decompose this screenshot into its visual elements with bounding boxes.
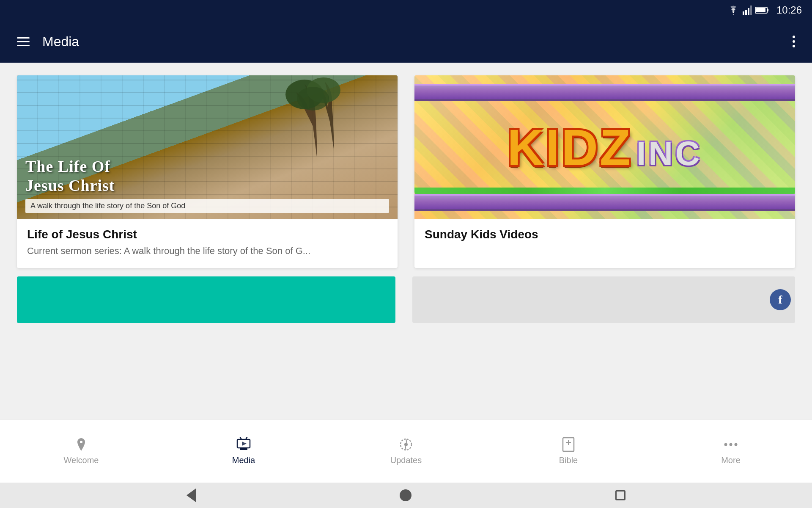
- svg-point-21: [730, 443, 732, 446]
- facebook-icon: f: [770, 289, 791, 310]
- svg-rect-1: [745, 10, 747, 15]
- bottom-navigation: Welcome Media Updates Bible: [0, 419, 812, 483]
- nav-item-media[interactable]: Media: [162, 433, 325, 469]
- nav-label-media: Media: [232, 456, 255, 465]
- location-icon: [74, 437, 89, 452]
- jesus-card-info-title: Life of Jesus Christ: [27, 228, 387, 241]
- kidz-pipe-top: [414, 84, 795, 101]
- jesus-card-image: The Life ofJesus Christ A walk through t…: [17, 75, 398, 219]
- signal-icon: [743, 6, 752, 15]
- jesus-card-title: The Life ofJesus Christ: [25, 157, 389, 196]
- media-cards-row: The Life ofJesus Christ A walk through t…: [17, 75, 795, 268]
- jesus-card-info-desc: Current sermon series: A walk through th…: [27, 245, 387, 258]
- nav-item-more[interactable]: More: [650, 433, 812, 469]
- svg-rect-2: [748, 8, 749, 15]
- nav-label-bible: Bible: [559, 456, 578, 465]
- partial-card-gray[interactable]: f: [412, 276, 795, 323]
- back-button[interactable]: [187, 489, 196, 502]
- home-button[interactable]: [400, 489, 411, 501]
- jesus-card-subtitle: A walk through the life story of the Son…: [30, 202, 185, 210]
- recents-button[interactable]: [615, 490, 625, 500]
- svg-point-9: [297, 87, 329, 110]
- nav-item-bible[interactable]: Bible: [487, 433, 650, 469]
- app-bar: Media: [0, 20, 812, 63]
- svg-rect-11: [240, 448, 247, 450]
- nav-item-welcome[interactable]: Welcome: [0, 433, 162, 469]
- kidz-text: KIDZINC: [414, 122, 795, 173]
- kidz-card-info: Sunday Kids Videos: [414, 219, 795, 255]
- second-cards-row: f: [17, 276, 795, 323]
- svg-rect-3: [750, 6, 752, 15]
- more-options-button[interactable]: [788, 31, 799, 52]
- kidz-card-info-title: Sunday Kids Videos: [425, 228, 785, 241]
- life-of-jesus-card[interactable]: The Life ofJesus Christ A walk through t…: [17, 75, 398, 268]
- updates-icon: [398, 437, 414, 452]
- svg-rect-5: [767, 9, 768, 11]
- bible-icon: [562, 437, 575, 452]
- kidz-card-image: KIDZINC: [414, 75, 795, 219]
- svg-rect-0: [743, 11, 744, 15]
- home-icon: [400, 489, 411, 501]
- status-time: 10:26: [776, 4, 802, 16]
- android-nav-bar: [0, 483, 812, 508]
- nav-label-welcome: Welcome: [64, 456, 99, 465]
- tv-icon: [236, 437, 252, 452]
- jesus-card-overlay: The Life ofJesus Christ A walk through t…: [17, 151, 398, 219]
- menu-button[interactable]: [13, 33, 34, 50]
- page-title: Media: [42, 34, 788, 50]
- svg-marker-14: [242, 442, 247, 446]
- content-area: The Life ofJesus Christ A walk through t…: [0, 63, 812, 419]
- svg-point-22: [735, 443, 738, 446]
- kidz-pipe-bottom: [414, 194, 795, 211]
- more-icon: [723, 437, 738, 452]
- back-icon: [187, 489, 196, 502]
- status-bar: 10:26: [0, 0, 812, 20]
- battery-icon: [755, 6, 769, 14]
- nav-label-more: More: [721, 456, 741, 465]
- nav-label-updates: Updates: [390, 456, 422, 465]
- svg-rect-6: [756, 8, 765, 12]
- sunday-kids-card[interactable]: KIDZINC Sunday Kids Videos: [414, 75, 795, 268]
- wifi-icon: [727, 6, 739, 15]
- partial-card-teal[interactable]: [17, 276, 395, 323]
- nav-item-updates[interactable]: Updates: [325, 433, 487, 469]
- jesus-card-subtitle-bar: A walk through the life story of the Son…: [25, 199, 389, 213]
- svg-point-20: [724, 443, 727, 446]
- jesus-card-info: Life of Jesus Christ Current sermon seri…: [17, 219, 398, 268]
- recents-icon: [615, 490, 625, 500]
